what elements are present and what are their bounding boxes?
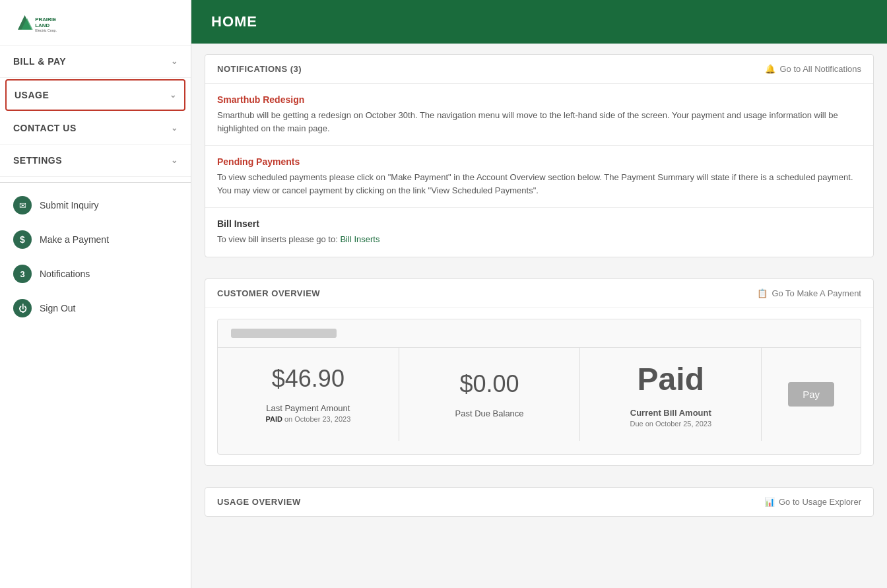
go-to-payment-link[interactable]: 📋 Go To Make A Payment <box>757 288 861 298</box>
past-due-amount: $0.00 <box>460 370 519 398</box>
chevron-down-icon: ⌄ <box>171 57 178 66</box>
customer-overview-title: CUSTOMER OVERVIEW <box>217 288 320 298</box>
current-bill-label: Current Bill Amount <box>630 408 711 418</box>
notification-smarthub-redesign: Smarthub Redesign Smarthub will be getti… <box>205 84 873 146</box>
notif-body-bill-insert: To view bill inserts please go to: Bill … <box>217 233 861 246</box>
last-payment-amount: $46.90 <box>272 365 345 393</box>
sidebar-divider <box>0 182 191 183</box>
past-due-label: Past Due Balance <box>455 408 524 418</box>
current-bill-due: Due on October 25, 2023 <box>630 420 712 428</box>
mail-icon: ✉ <box>13 196 32 214</box>
pay-button-cell: Pay <box>762 348 861 441</box>
customer-overview-header: CUSTOMER OVERVIEW 📋 Go To Make A Payment <box>205 279 873 308</box>
sidebar-item-settings-label: SETTINGS <box>13 155 62 166</box>
sign-out-action[interactable]: ⏻ Sign Out <box>0 291 191 325</box>
page-title: HOME <box>211 13 257 30</box>
account-name-blurred <box>231 329 337 338</box>
customer-overview-body: $46.90 Last Payment Amount PAID on Octob… <box>205 308 873 465</box>
sidebar-item-usage[interactable]: USAGE ⌄ <box>5 79 185 111</box>
sidebar-item-settings[interactable]: SETTINGS ⌄ <box>0 145 191 177</box>
sidebar-item-bill-pay[interactable]: BILL & PAY ⌄ <box>0 46 191 78</box>
pay-button[interactable]: Pay <box>788 382 834 407</box>
go-to-notifications-link[interactable]: 🔔 Go to All Notifications <box>765 64 861 74</box>
sidebar-item-contact-us-label: CONTACT US <box>13 123 77 133</box>
notif-body-smarthub: Smarthub will be getting a redesign on O… <box>217 109 861 135</box>
chevron-down-icon: ⌄ <box>171 156 178 165</box>
paid-badge: PAID <box>265 415 282 423</box>
power-icon: ⏻ <box>13 299 32 317</box>
main-content: HOME NOTIFICATIONS (3) 🔔 Go to All Notif… <box>191 0 887 588</box>
notifications-header: NOTIFICATIONS (3) 🔔 Go to All Notificati… <box>205 55 873 84</box>
notifications-action[interactable]: 3 Notifications <box>0 257 191 291</box>
svg-text:PRAIRIE: PRAIRIE <box>35 16 56 22</box>
notif-title-bill-insert: Bill Insert <box>217 218 861 229</box>
sidebar-item-usage-label: USAGE <box>15 90 49 100</box>
past-due-cell: $0.00 Past Due Balance <box>399 348 581 441</box>
bell-icon: 🔔 <box>765 64 775 74</box>
notifications-title: NOTIFICATIONS (3) <box>217 64 302 74</box>
notif-title-pending: Pending Payments <box>217 156 861 167</box>
payment-icon: 📋 <box>757 288 768 298</box>
usage-overview-section: USAGE OVERVIEW 📊 Go to Usage Explorer <box>205 487 874 517</box>
notifications-label: Notifications <box>40 269 90 279</box>
submit-inquiry-action[interactable]: ✉ Submit Inquiry <box>0 188 191 222</box>
account-card: $46.90 Last Payment Amount PAID on Octob… <box>217 319 861 455</box>
notification-pending-payments: Pending Payments To view scheduled payme… <box>205 146 873 208</box>
notification-bill-insert: Bill Insert To view bill inserts please … <box>205 208 873 257</box>
account-name-row <box>218 329 861 347</box>
notifications-section: NOTIFICATIONS (3) 🔔 Go to All Notificati… <box>205 54 874 257</box>
sidebar-item-bill-pay-label: BILL & PAY <box>13 56 66 67</box>
usage-overview-header: USAGE OVERVIEW 📊 Go to Usage Explorer <box>205 488 873 516</box>
svg-text:Electric Coop.: Electric Coop. <box>35 28 57 32</box>
last-payment-cell: $46.90 Last Payment Amount PAID on Octob… <box>218 348 399 441</box>
last-payment-sublabel: PAID on October 23, 2023 <box>265 415 350 423</box>
logo-area: PRAIRIE LAND Electric Coop. <box>0 0 191 46</box>
svg-text:LAND: LAND <box>35 22 49 28</box>
current-bill-status: Paid <box>638 361 704 397</box>
sidebar-item-contact-us[interactable]: CONTACT US ⌄ <box>0 112 191 145</box>
chevron-down-icon: ⌄ <box>171 123 178 133</box>
payment-info-grid: $46.90 Last Payment Amount PAID on Octob… <box>218 347 861 441</box>
current-bill-cell: Paid Current Bill Amount Due on October … <box>580 348 762 441</box>
dollar-icon: $ <box>13 230 32 249</box>
sidebar: PRAIRIE LAND Electric Coop. BILL & PAY ⌄… <box>0 0 191 588</box>
customer-overview-section: CUSTOMER OVERVIEW 📋 Go To Make A Payment… <box>205 278 874 466</box>
page-header: HOME <box>191 0 887 44</box>
company-logo: PRAIRIE LAND Electric Coop. <box>13 9 59 36</box>
go-to-usage-label: Go to Usage Explorer <box>779 497 861 507</box>
notifications-link-label: Go to All Notifications <box>779 64 861 74</box>
chevron-down-icon: ⌄ <box>170 90 177 100</box>
notif-body-prefix: To view bill inserts please go to: <box>217 234 340 244</box>
bill-inserts-link[interactable]: Bill Inserts <box>340 234 379 244</box>
submit-inquiry-label: Submit Inquiry <box>40 200 98 211</box>
notif-body-pending: To view scheduled payments please click … <box>217 171 861 197</box>
go-to-payment-label: Go To Make A Payment <box>772 288 861 298</box>
sign-out-label: Sign Out <box>40 303 75 313</box>
go-to-usage-link[interactable]: 📊 Go to Usage Explorer <box>764 497 861 507</box>
bar-chart-icon: 📊 <box>764 497 775 507</box>
last-payment-label: Last Payment Amount <box>266 403 350 413</box>
notif-title-smarthub: Smarthub Redesign <box>217 94 861 105</box>
make-payment-action[interactable]: $ Make a Payment <box>0 222 191 257</box>
notification-badge-icon: 3 <box>13 265 32 283</box>
usage-overview-title: USAGE OVERVIEW <box>217 497 301 507</box>
make-payment-label: Make a Payment <box>40 234 109 245</box>
